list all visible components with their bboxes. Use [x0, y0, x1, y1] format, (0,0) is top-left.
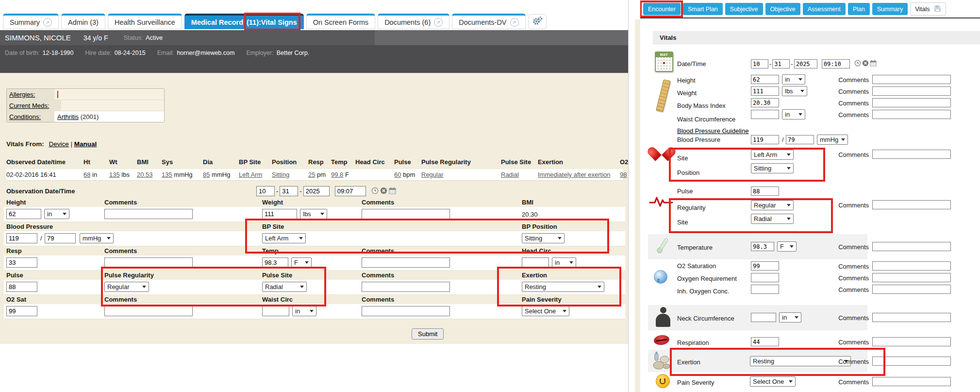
bp-comments-input[interactable] [872, 150, 951, 159]
bmi-comments-input[interactable] [872, 98, 951, 107]
tab-documents[interactable]: Documents (6) ↗ [378, 14, 449, 29]
pulse-regularity-select[interactable]: Regular [751, 200, 794, 210]
tab-objective[interactable]: Objective [765, 3, 800, 15]
bp-unit-select[interactable]: mmHg [817, 135, 848, 145]
temp-input[interactable] [262, 257, 288, 268]
bp-site-select[interactable]: Left Arm [262, 233, 306, 243]
tab-summary[interactable]: Summary ↗ [3, 14, 59, 29]
exertion-comments-input[interactable] [872, 357, 951, 366]
bp-position-select[interactable]: Sitting [522, 233, 565, 243]
pain-severity-select[interactable]: Select One [750, 376, 796, 387]
tab-settings-button[interactable] [528, 14, 547, 29]
temp-comments-input[interactable] [362, 257, 450, 268]
obs-month-input[interactable] [256, 186, 275, 196]
clock-icon[interactable] [854, 60, 861, 68]
obs-day-input[interactable] [280, 186, 298, 196]
inh-oxygen-comments-input[interactable] [872, 285, 951, 294]
temperature-comments-input[interactable] [872, 242, 951, 251]
inh-oxygen-conc-input[interactable] [751, 285, 779, 294]
weight-input[interactable] [751, 86, 779, 96]
neck-circumference-input[interactable] [751, 313, 776, 322]
tab-subjective[interactable]: Subjective [725, 3, 763, 15]
resp-input[interactable] [6, 257, 37, 268]
obs-year-input[interactable] [303, 186, 330, 196]
tab-summary-right[interactable]: Summary [872, 3, 908, 15]
respiration-input[interactable] [751, 337, 779, 346]
tab-health-surveillance[interactable]: Health Surveillance [108, 14, 182, 29]
o2-saturation-input[interactable] [751, 261, 779, 271]
waist-comments-input[interactable] [362, 306, 450, 316]
respiration-comments-input[interactable] [872, 337, 951, 346]
bp-diastolic-input[interactable] [786, 135, 814, 144]
save-icon[interactable] [934, 5, 941, 14]
bp-guideline-link[interactable]: Blood Pressure Guideline [677, 127, 748, 135]
weight-unit-select[interactable]: lbs [300, 209, 327, 219]
head-circ-unit-select[interactable]: in [552, 257, 576, 268]
submit-button[interactable]: Submit [412, 328, 444, 340]
pulse-comments-input[interactable] [872, 200, 951, 209]
weight-input[interactable] [262, 209, 297, 219]
height-comments-input[interactable] [104, 209, 193, 219]
pulse-site-select[interactable]: Radial [262, 282, 307, 292]
temperature-input[interactable] [751, 242, 774, 251]
tab-plan[interactable]: Plan [848, 3, 870, 15]
neck-comments-input[interactable] [872, 313, 951, 322]
dt-year-input[interactable] [794, 59, 817, 68]
o2-sat-input[interactable] [6, 306, 37, 316]
pulse-input[interactable] [751, 187, 779, 196]
dt-time-input[interactable] [822, 59, 850, 68]
pulse-comments-input[interactable] [362, 282, 450, 292]
clear-date-icon[interactable] [380, 187, 387, 196]
vitals-from-device-link[interactable]: Device [49, 140, 69, 148]
external-link-icon[interactable]: ↗ [434, 18, 443, 27]
calendar-icon[interactable] [870, 60, 877, 68]
tab-documents-dv[interactable]: Documents-DV ↗ [452, 14, 525, 29]
condition-arthritis-link[interactable]: Arthritis [57, 113, 79, 120]
oxygen-requirement-input[interactable] [751, 273, 779, 282]
allergies-link[interactable]: Allergies: [9, 91, 35, 98]
clock-icon[interactable] [371, 187, 379, 196]
waist-input[interactable] [751, 110, 779, 119]
exertion-select[interactable]: Resting [522, 282, 604, 292]
calendar-icon[interactable] [389, 187, 396, 196]
tab-smart-plan[interactable]: Smart Plan [683, 3, 723, 15]
dt-day-input[interactable] [772, 59, 790, 68]
pulse-site-select[interactable]: Radial [751, 214, 794, 224]
bmi-input[interactable] [751, 98, 779, 107]
pulse-input[interactable] [6, 282, 37, 292]
waist-comments-input[interactable] [872, 110, 951, 119]
height-unit-select[interactable]: in [782, 74, 805, 85]
clear-date-icon[interactable] [862, 60, 869, 68]
waist-unit-select[interactable]: in [782, 109, 805, 119]
neck-unit-select[interactable]: in [779, 312, 801, 323]
current-meds-link[interactable]: Current Meds: [9, 102, 49, 109]
temperature-unit-select[interactable]: F [777, 241, 797, 252]
pain-severity-select[interactable]: Select One [522, 306, 569, 316]
temp-unit-select[interactable]: F [291, 257, 312, 268]
obs-time-input[interactable] [335, 186, 366, 196]
oxygen-req-comments-input[interactable] [872, 273, 951, 282]
height-input[interactable] [6, 209, 41, 219]
o2-comments-input[interactable] [104, 306, 193, 316]
waist-unit-select[interactable]: in [292, 306, 316, 316]
tab-admin[interactable]: Admin (3) [61, 14, 105, 29]
head-circ-input[interactable] [522, 257, 549, 268]
tab-vitals-active[interactable]: Vitals [910, 2, 946, 16]
external-link-icon[interactable]: ↗ [43, 18, 52, 27]
tab-on-screen-forms[interactable]: On Screen Forms [306, 14, 375, 29]
bp-systolic-input[interactable] [751, 135, 779, 144]
external-link-icon[interactable]: ↗ [510, 18, 519, 27]
bp-systolic-input[interactable] [6, 233, 37, 243]
tab-encounter[interactable]: Encounter [643, 3, 681, 15]
pain-comments-input[interactable] [872, 377, 951, 386]
weight-comments-input[interactable] [362, 209, 450, 219]
height-comments-input[interactable] [872, 75, 951, 84]
pulse-regularity-select[interactable]: Regular [104, 282, 149, 292]
height-unit-select[interactable]: in [44, 209, 69, 219]
bp-diastolic-input[interactable] [45, 233, 76, 243]
bp-site-select[interactable]: Left Arm [751, 150, 794, 160]
conditions-link[interactable]: Conditions: [9, 113, 41, 120]
bp-position-select[interactable]: Sitting [751, 163, 794, 173]
resp-comments-input[interactable] [104, 257, 193, 268]
tab-assessment[interactable]: Assessment [803, 3, 846, 15]
